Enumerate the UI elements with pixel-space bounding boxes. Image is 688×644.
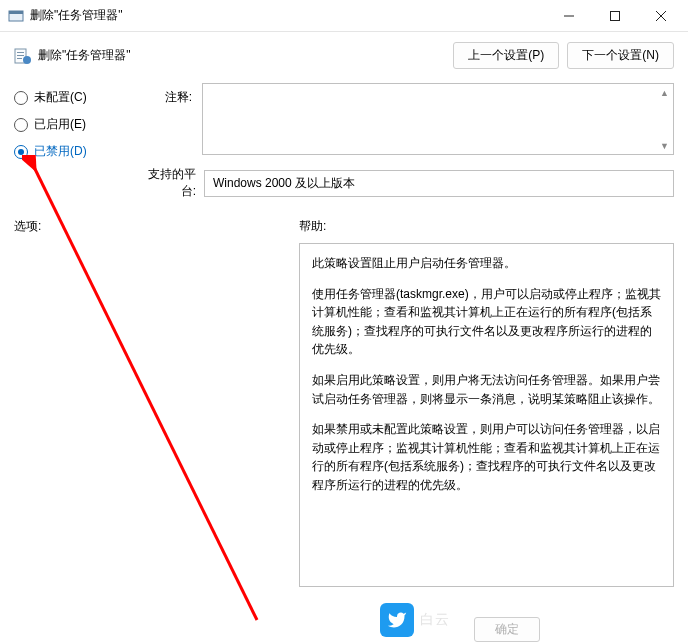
- radio-icon: [14, 145, 28, 159]
- supported-on-label: 支持的平台:: [134, 166, 204, 200]
- state-radio-group: 未配置(C) 已启用(E) 已禁用(D): [14, 83, 134, 160]
- options-label: 选项:: [14, 218, 299, 235]
- next-setting-button[interactable]: 下一个设置(N): [567, 42, 674, 69]
- window-controls: [546, 0, 684, 32]
- radio-label: 已禁用(D): [34, 143, 87, 160]
- watermark-brand: 白云: [420, 611, 449, 629]
- watermark: 白云: [380, 601, 678, 639]
- svg-rect-9: [17, 58, 22, 59]
- svg-point-10: [23, 56, 31, 64]
- comment-textarea[interactable]: ▲ ▼: [202, 83, 674, 155]
- radio-not-configured[interactable]: 未配置(C): [14, 89, 134, 106]
- radio-enabled[interactable]: 已启用(E): [14, 116, 134, 133]
- svg-rect-8: [17, 55, 24, 56]
- radio-disabled[interactable]: 已禁用(D): [14, 143, 134, 160]
- help-text-box[interactable]: 此策略设置阻止用户启动任务管理器。 使用任务管理器(taskmgr.exe)，用…: [299, 243, 674, 587]
- scroll-down-icon[interactable]: ▼: [657, 138, 672, 153]
- help-paragraph: 此策略设置阻止用户启动任务管理器。: [312, 254, 661, 273]
- radio-icon: [14, 91, 28, 105]
- title-bar: 删除"任务管理器": [0, 0, 688, 32]
- svg-rect-1: [9, 11, 23, 14]
- watermark-logo-icon: [380, 603, 414, 637]
- radio-label: 未配置(C): [34, 89, 87, 106]
- previous-setting-button[interactable]: 上一个设置(P): [453, 42, 559, 69]
- svg-rect-7: [17, 52, 24, 53]
- radio-label: 已启用(E): [34, 116, 86, 133]
- radio-icon: [14, 118, 28, 132]
- help-label: 帮助:: [299, 218, 674, 235]
- help-paragraph: 如果启用此策略设置，则用户将无法访问任务管理器。如果用户尝试启动任务管理器，则将…: [312, 371, 661, 408]
- policy-title: 删除"任务管理器": [38, 47, 131, 64]
- help-paragraph: 如果禁用或未配置此策略设置，则用户可以访问任务管理器，以启动或停止程序；监视其计…: [312, 420, 661, 494]
- policy-icon: [14, 47, 32, 65]
- window-title: 删除"任务管理器": [30, 7, 546, 24]
- close-button[interactable]: [638, 0, 684, 32]
- header-row: 删除"任务管理器" 上一个设置(P) 下一个设置(N): [0, 32, 688, 79]
- maximize-button[interactable]: [592, 0, 638, 32]
- comment-label: 注释:: [138, 83, 198, 160]
- help-paragraph: 使用任务管理器(taskmgr.exe)，用户可以启动或停止程序；监视其计算机性…: [312, 285, 661, 359]
- svg-rect-3: [611, 11, 620, 20]
- scroll-up-icon[interactable]: ▲: [657, 85, 672, 100]
- minimize-button[interactable]: [546, 0, 592, 32]
- supported-on-value: Windows 2000 及以上版本: [204, 170, 674, 197]
- window-icon: [8, 8, 24, 24]
